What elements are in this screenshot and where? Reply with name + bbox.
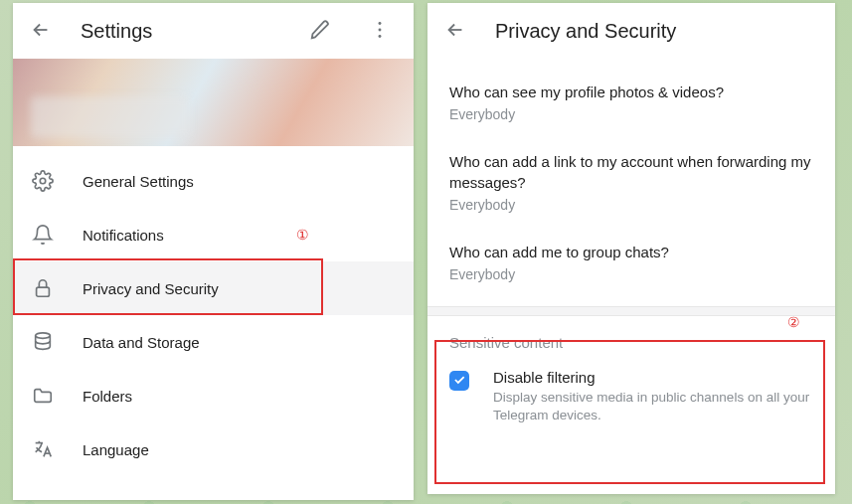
privacy-options: Who can see my profile photos & videos? … [427, 59, 835, 298]
menu-item-data[interactable]: Data and Storage [13, 315, 414, 369]
menu-item-privacy[interactable]: Privacy and Security [13, 261, 414, 315]
svg-point-2 [379, 34, 382, 37]
menu-item-label: Privacy and Security [83, 280, 219, 297]
menu-item-label: Folders [83, 388, 132, 405]
disable-filtering-row[interactable]: Disable filtering Display sensitive medi… [427, 359, 835, 442]
disable-filtering-title: Disable filtering [493, 369, 813, 386]
bell-icon [31, 223, 55, 247]
svg-point-5 [36, 333, 51, 339]
menu-item-folders[interactable]: Folders [13, 369, 414, 422]
privacy-panel: Privacy and Security Who can see my prof… [427, 3, 835, 494]
settings-panel: Settings General Settings Notifications [13, 3, 414, 500]
more-button[interactable] [360, 11, 400, 51]
check-icon [452, 373, 466, 390]
privacy-item-profile-photos[interactable]: Who can see my profile photos & videos? … [427, 69, 835, 138]
settings-header: Settings [13, 3, 414, 59]
menu-item-general[interactable]: General Settings [13, 154, 414, 208]
pencil-icon [309, 19, 331, 44]
menu-item-label: Notifications [83, 227, 164, 244]
profile-name-redacted [31, 96, 190, 138]
menu-item-label: Language [83, 441, 149, 458]
svg-point-0 [379, 22, 382, 25]
arrow-left-icon [30, 19, 52, 44]
privacy-question: Who can see my profile photos & videos? [449, 83, 813, 102]
privacy-item-group-chats[interactable]: Who can add me to group chats? Everybody [427, 229, 835, 298]
menu-item-label: General Settings [83, 173, 194, 190]
language-icon [31, 437, 55, 461]
svg-point-3 [40, 178, 46, 184]
menu-item-language[interactable]: Language [13, 422, 414, 476]
privacy-value: Everybody [449, 197, 813, 213]
arrow-left-icon [444, 19, 466, 44]
profile-banner[interactable] [13, 59, 414, 146]
section-separator [427, 306, 835, 316]
privacy-value: Everybody [449, 106, 813, 122]
privacy-item-forward-link[interactable]: Who can add a link to my account when fo… [427, 138, 835, 229]
section-title-sensitive: Sensitive content [427, 316, 835, 359]
gear-icon [31, 169, 55, 193]
menu-item-notifications[interactable]: Notifications [13, 208, 414, 261]
privacy-title: Privacy and Security [495, 20, 821, 43]
folder-icon [31, 384, 55, 408]
annotation-label-1: ① [296, 227, 309, 243]
database-icon [31, 330, 55, 354]
edit-button[interactable] [300, 11, 340, 51]
svg-rect-4 [37, 287, 50, 296]
annotation-label-2: ② [787, 314, 800, 330]
lock-icon [31, 276, 55, 300]
menu-item-label: Data and Storage [83, 334, 200, 351]
disable-filtering-checkbox[interactable] [449, 371, 469, 391]
svg-point-1 [379, 28, 382, 31]
disable-filtering-text: Disable filtering Display sensitive medi… [493, 369, 813, 424]
privacy-header: Privacy and Security [427, 3, 835, 59]
back-button[interactable] [21, 11, 61, 51]
more-vertical-icon [369, 19, 391, 44]
privacy-question: Who can add me to group chats? [449, 243, 813, 262]
privacy-question: Who can add a link to my account when fo… [449, 152, 813, 193]
privacy-value: Everybody [449, 266, 813, 282]
settings-menu: General Settings Notifications Privacy a… [13, 146, 414, 476]
disable-filtering-desc: Display sensitive media in public channe… [493, 389, 813, 424]
back-button[interactable] [435, 11, 475, 51]
settings-title: Settings [81, 20, 280, 43]
